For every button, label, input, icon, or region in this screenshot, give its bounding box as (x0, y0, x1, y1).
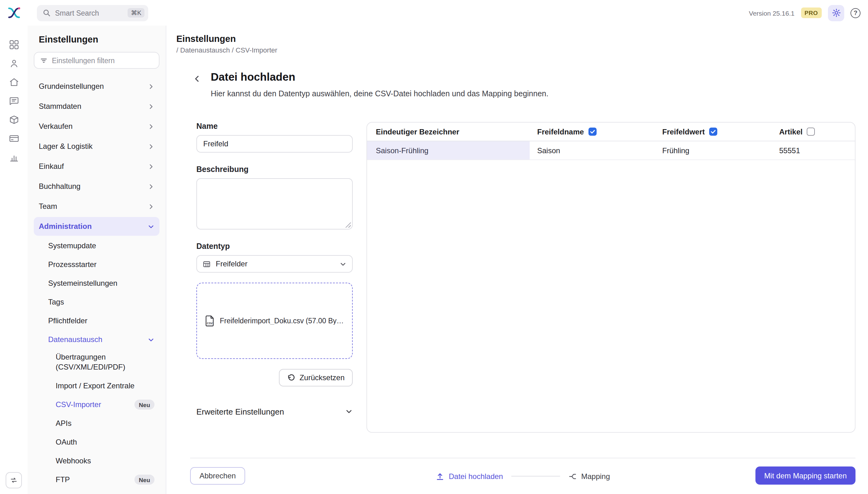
sidebar-item-pflichtfelder[interactable]: Pflichtfelder (34, 312, 159, 329)
sidebar-item-csv-importer[interactable]: CSV-ImporterNeu (34, 396, 159, 413)
page-head: Datei hochladen Hier kannst du den Daten… (190, 71, 855, 98)
datatype-value: Freifelder (216, 260, 334, 268)
description-label: Beschreibung (196, 165, 353, 174)
main-content: Einstellungen / Datenaustausch / CSV-Imp… (166, 26, 868, 494)
sidebar-item-stammdaten[interactable]: Stammdaten (34, 97, 159, 116)
upload-icon (436, 472, 444, 480)
wizard-footer: Abbrechen Datei hochladen Mapping Mit de… (190, 458, 855, 494)
name-input[interactable] (196, 135, 353, 153)
sidebar-item-import-export-zentrale[interactable]: Import / Export Zentrale (34, 377, 159, 395)
sidebar-item-apis[interactable]: APIs (34, 415, 159, 432)
sidebar-item-team[interactable]: Team (34, 197, 159, 216)
reset-button[interactable]: Zurücksetzen (279, 369, 353, 386)
dashboard-icon[interactable] (8, 39, 19, 50)
search-icon (42, 9, 51, 17)
breadcrumb[interactable]: / Datenaustausch / CSV-Importer (176, 46, 858, 54)
chevron-down-icon (340, 261, 346, 267)
topbar-right: Version 25.16.1 PRO ? (749, 5, 868, 21)
cancel-button[interactable]: Abbrechen (190, 467, 245, 484)
sidebar-item-grundeinstellungen[interactable]: Grundeinstellungen (34, 77, 159, 96)
cell-freifeldwert: Frühling (655, 141, 772, 159)
collapse-sidebar-button[interactable] (6, 472, 22, 488)
sidebar-item-uebertragungen[interactable]: Übertragungen (CSV/XML/EDI/PDF) (34, 349, 159, 376)
version-label: Version 25.16.1 (749, 9, 794, 17)
step-title: Datei hochladen (211, 71, 548, 84)
sidebar-item-administration[interactable]: Administration (34, 217, 159, 236)
sidebar-item-webhooks[interactable]: Webhooks (34, 452, 159, 470)
search-shortcut-badge: ⌘K (128, 8, 144, 18)
sidebar-filter (34, 52, 159, 69)
chevron-right-icon (148, 123, 154, 130)
contacts-icon[interactable] (8, 58, 19, 69)
sidebar-item-prozessstarter[interactable]: Prozessstarter (34, 256, 159, 273)
chevron-right-icon (148, 163, 154, 170)
help-icon[interactable]: ? (850, 8, 861, 18)
sidebar-item-einkauf[interactable]: Einkauf (34, 157, 159, 176)
chevron-right-icon (148, 203, 154, 210)
gear-icon (831, 8, 841, 18)
cell-artikel: 55551 (772, 141, 855, 159)
sidebar-item-oauth[interactable]: OAuth (34, 433, 159, 451)
freifeldwert-checkbox[interactable] (709, 128, 717, 136)
step-mapping[interactable]: Mapping (568, 472, 610, 480)
smart-search: ⌘K (37, 5, 148, 21)
chevron-left-icon (193, 74, 201, 83)
advanced-settings-toggle[interactable]: Erweiterte Einstellungen (196, 401, 353, 421)
svg-text:CSV: CSV (207, 322, 213, 325)
table-row[interactable]: Saison-Frühling Saison Frühling 55551 (367, 141, 855, 160)
payments-icon[interactable] (8, 133, 19, 144)
search-input[interactable] (55, 9, 123, 17)
file-dropzone[interactable]: CSV Freifelderimport_Doku.csv (57.00 Byt… (196, 283, 353, 359)
home-icon[interactable] (8, 77, 19, 88)
column-header-freifeldname: Freifeldname (530, 122, 655, 141)
sidebar-item-ftp[interactable]: FTPNeu (34, 471, 159, 488)
description-textarea[interactable] (197, 179, 352, 229)
csv-file-icon: CSV (205, 315, 215, 327)
start-mapping-button[interactable]: Mit dem Mapping starten (755, 467, 855, 484)
pro-badge: PRO (801, 7, 822, 18)
name-label: Name (196, 122, 353, 131)
chat-icon[interactable] (8, 96, 19, 106)
sidebar-filter-input[interactable] (52, 57, 153, 64)
datatype-label: Datentyp (196, 242, 353, 251)
mapping-icon (568, 472, 577, 480)
artikel-checkbox[interactable] (807, 128, 815, 136)
neu-badge: Neu (134, 475, 154, 484)
step-subtitle: Hier kannst du den Datentyp auswählen, d… (211, 90, 548, 98)
sidebar-item-systemupdate[interactable]: Systemupdate (34, 237, 159, 254)
sidebar-item-verkaufen[interactable]: Verkaufen (34, 117, 159, 136)
neu-badge: Neu (134, 400, 154, 410)
column-header-artikel: Artikel (772, 122, 855, 141)
sidebar-item-lager-logistik[interactable]: Lager & Logistik (34, 137, 159, 156)
sidebar-item-tags[interactable]: Tags (34, 293, 159, 311)
filter-icon (40, 57, 47, 64)
datatype-select[interactable]: Freifelder (196, 255, 353, 273)
sidebar-item-systemeinstellungen[interactable]: Systemeinstellungen (34, 274, 159, 292)
column-header-bezeichner: Eindeutiger Bezeichner (367, 122, 530, 141)
uploaded-file-name: Freifelderimport_Doku.csv (57.00 Byte... (220, 317, 345, 325)
sidebar-item-buchhaltung[interactable]: Buchhaltung (34, 177, 159, 196)
settings-sidebar: Einstellungen Grundeinstellungen Stammda… (27, 26, 166, 494)
analytics-icon[interactable] (8, 152, 19, 163)
app-logo[interactable] (0, 6, 27, 20)
inventory-icon[interactable] (8, 114, 19, 125)
page-title: Einstellungen (176, 34, 858, 44)
preview-table: Eindeutiger Bezeichner Freifeldname Frei… (366, 122, 855, 433)
freifeldname-checkbox[interactable] (588, 128, 596, 136)
cell-freifeldname: Saison (530, 141, 655, 159)
upload-form: Name Beschreibung Datentyp (196, 122, 353, 433)
chevron-down-icon (148, 223, 154, 230)
sidebar-menu: Grundeinstellungen Stammdaten Verkaufen … (34, 77, 159, 488)
chevron-down-icon (148, 336, 154, 343)
content-row: Name Beschreibung Datentyp (190, 122, 855, 433)
swap-icon (9, 476, 18, 484)
table-icon (202, 260, 211, 268)
chevron-right-icon (148, 103, 154, 110)
description-field (196, 178, 353, 229)
step-datei-hochladen[interactable]: Datei hochladen (436, 472, 503, 480)
sidebar-item-datenaustausch[interactable]: Datenaustausch (34, 331, 159, 348)
app-window: ⌘K Version 25.16.1 PRO ? (0, 0, 868, 494)
body: Einstellungen Grundeinstellungen Stammda… (0, 26, 868, 494)
back-button[interactable] (190, 72, 204, 86)
settings-button[interactable] (828, 5, 844, 21)
